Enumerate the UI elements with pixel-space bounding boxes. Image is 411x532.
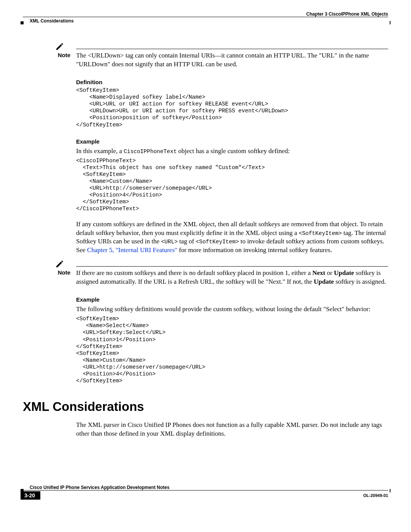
pencil-icon xyxy=(55,259,64,268)
text: softkey is assigned. xyxy=(334,278,386,285)
paragraph-softkey-explain: If any custom softkeys are defined in th… xyxy=(76,220,388,255)
heading-xml-considerations: XML Considerations xyxy=(23,399,388,414)
heading-example-1: Example xyxy=(76,138,388,145)
page-footer: Cisco Unified IP Phone Services Applicat… xyxy=(23,492,388,500)
header-section: XML Considerations xyxy=(30,18,74,24)
heading-definition: Definition xyxy=(76,79,388,85)
content: Note The <URLDown> tag can only contain … xyxy=(76,26,388,438)
inline-code: <URL> xyxy=(161,239,178,245)
bold: Next xyxy=(312,269,325,276)
inline-code: CiscoIPPhoneText xyxy=(124,149,177,155)
bold: Update xyxy=(314,278,334,285)
note-label: Note xyxy=(53,269,70,276)
note-text: If there are no custom softkeys and ther… xyxy=(76,269,388,286)
footer-marker-right xyxy=(390,489,390,492)
note-label: Note xyxy=(53,52,70,58)
text: for more information on invoking interna… xyxy=(177,246,332,254)
bold: Update xyxy=(334,269,354,276)
footer-bottom: 3-20 OL-20949-01 xyxy=(23,491,388,500)
link-chapter5[interactable]: Chapter 5, "Internal URI Features" xyxy=(87,246,177,254)
page-header: Chapter 3 CiscoIPPhone XML Objects XML C… xyxy=(23,11,388,26)
header-chapter: Chapter 3 CiscoIPPhone XML Objects xyxy=(306,11,388,17)
text: In this example, a xyxy=(76,147,124,155)
example1-intro: In this example, a CiscoIPPhoneText obje… xyxy=(76,147,388,156)
header-marker-right xyxy=(390,21,390,24)
text: tag of xyxy=(178,238,196,245)
code-example-2: <SoftKeyItem> <Name>Select</Name> <URL>S… xyxy=(76,315,388,384)
footer-marker-left xyxy=(21,489,24,492)
text: object has a single custom softkey defin… xyxy=(177,147,290,155)
footer-rule xyxy=(23,490,388,490)
code-example-1: <CiscoIPPhoneText> <Text>This object has… xyxy=(76,157,388,212)
example2-intro: The following softkey definitions would … xyxy=(76,305,388,314)
page: Chapter 3 CiscoIPPhone XML Objects XML C… xyxy=(0,0,411,510)
heading-example-2: Example xyxy=(76,296,388,303)
note-text: The <URLDown> tag can only contain Inter… xyxy=(76,51,388,69)
code-definition: <SoftKeyItem> <Name>Displayed sofkey lab… xyxy=(76,87,388,128)
header-rule xyxy=(23,17,388,17)
text: or xyxy=(325,269,334,276)
page-number: 3-20 xyxy=(21,491,40,500)
document-id: OL-20949-01 xyxy=(363,493,388,498)
header-marker-left xyxy=(21,21,24,24)
footer-booktitle: Cisco Unified IP Phone Services Applicat… xyxy=(30,485,388,490)
inline-code: <SoftKeyItem> xyxy=(196,239,239,245)
pencil-icon xyxy=(55,42,64,51)
note-block-2: Note If there are no custom softkeys and… xyxy=(76,266,388,286)
paragraph-xml-parser: The XML parser in Cisco Unified IP Phone… xyxy=(76,421,388,438)
note-block-1: Note The <URLDown> tag can only contain … xyxy=(76,49,388,69)
text: If there are no custom softkeys and ther… xyxy=(76,269,312,276)
inline-code: <SoftKeyItem> xyxy=(299,230,342,236)
